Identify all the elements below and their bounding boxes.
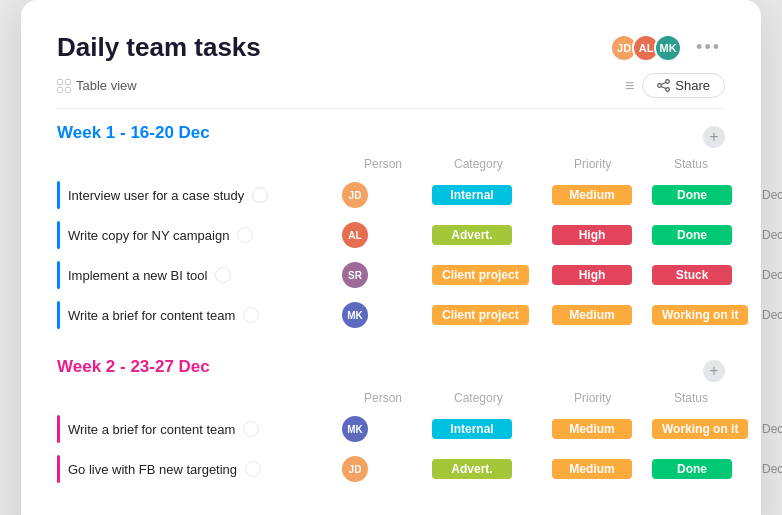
svg-line-8 [661, 87, 666, 89]
status-tag: Done [652, 185, 732, 205]
svg-rect-2 [58, 87, 63, 92]
page-title: Daily team tasks [57, 32, 261, 63]
category-tag: Advert. [432, 459, 512, 479]
share-label: Share [675, 78, 710, 93]
priority-tag: Medium [552, 305, 632, 325]
due-date: Dec 18 [762, 308, 782, 322]
main-card: Daily team tasks JD AL MK ••• Table view… [21, 0, 761, 515]
due-date: Dec 16 [762, 228, 782, 242]
comment-icon[interactable] [237, 227, 253, 243]
week1-section: Week 1 - 16-20 Dec + Person Category Pri… [57, 123, 725, 335]
category-cell: Advert. [432, 459, 552, 479]
color-bar [57, 261, 60, 289]
category-tag: Internal [432, 185, 512, 205]
comment-icon[interactable] [243, 307, 259, 323]
priority-tag: Medium [552, 185, 632, 205]
avatar: JD [342, 456, 368, 482]
svg-rect-0 [58, 79, 63, 84]
svg-rect-3 [66, 87, 71, 92]
person-cell: MK [342, 416, 432, 442]
comment-icon[interactable] [243, 421, 259, 437]
avatars: JD AL MK [610, 34, 682, 62]
more-options-button[interactable]: ••• [692, 35, 725, 60]
table-row: Implement a new BI tool SR Client projec… [57, 255, 725, 295]
priority-cell: Medium [552, 305, 652, 325]
table-row: Go live with FB new targeting JD Advert.… [57, 449, 725, 489]
status-cell: Done [652, 185, 762, 205]
svg-point-6 [666, 88, 670, 92]
color-bar [57, 181, 60, 209]
table-view-label: Table view [76, 78, 137, 93]
task-left: Write copy for NY campaign [57, 221, 342, 249]
person-cell: AL [342, 222, 432, 248]
person-cell: JD [342, 456, 432, 482]
share-icon [657, 79, 670, 92]
task-name: Interview user for a case study [68, 188, 244, 203]
comment-icon[interactable] [245, 461, 261, 477]
table-row: Write a brief for content team MK Intern… [57, 409, 725, 449]
priority-tag: High [552, 265, 632, 285]
col-priority: Priority [574, 157, 674, 171]
svg-rect-1 [66, 79, 71, 84]
svg-point-5 [658, 84, 662, 88]
week2-section: Week 2 - 23-27 Dec + Person Category Pri… [57, 357, 725, 489]
task-name: Write copy for NY campaign [68, 228, 229, 243]
category-cell: Client project [432, 305, 552, 325]
table-view-icon [57, 79, 71, 93]
status-tag: Working on it [652, 419, 748, 439]
status-cell: Working on it [652, 419, 762, 439]
status-cell: Done [652, 459, 762, 479]
task-left: Write a brief for content team [57, 415, 342, 443]
task-left: Go live with FB new targeting [57, 455, 342, 483]
color-bar [57, 221, 60, 249]
priority-tag: Medium [552, 419, 632, 439]
col-priority-w2: Priority [574, 391, 674, 405]
filter-icon[interactable]: ≡ [625, 77, 634, 95]
color-bar [57, 301, 60, 329]
week1-header: Week 1 - 16-20 Dec [57, 123, 210, 143]
priority-cell: Medium [552, 185, 652, 205]
priority-cell: Medium [552, 419, 652, 439]
person-cell: JD [342, 182, 432, 208]
week2-add-button[interactable]: + [703, 360, 725, 382]
category-cell: Client project [432, 265, 552, 285]
table-view-button[interactable]: Table view [57, 78, 137, 93]
week2-title-row: Week 2 - 23-27 Dec + [57, 357, 725, 385]
week1-rows: Interview user for a case study JD Inter… [57, 175, 725, 335]
category-tag: Client project [432, 265, 529, 285]
category-tag: Internal [432, 419, 512, 439]
category-tag: Client project [432, 305, 529, 325]
status-cell: Done [652, 225, 762, 245]
task-name: Implement a new BI tool [68, 268, 207, 283]
task-left: Write a brief for content team [57, 301, 342, 329]
priority-tag: Medium [552, 459, 632, 479]
task-name: Write a brief for content team [68, 308, 235, 323]
person-cell: SR [342, 262, 432, 288]
status-tag: Stuck [652, 265, 732, 285]
header-right: JD AL MK ••• [610, 34, 725, 62]
header: Daily team tasks JD AL MK ••• [57, 32, 725, 63]
color-bar [57, 415, 60, 443]
status-tag: Done [652, 225, 732, 245]
category-cell: Internal [432, 419, 552, 439]
task-left: Implement a new BI tool [57, 261, 342, 289]
comment-icon[interactable] [215, 267, 231, 283]
col-status-w2: Status [674, 391, 782, 405]
col-person: Person [364, 157, 454, 171]
comment-icon[interactable] [252, 187, 268, 203]
week1-col-headers: Person Category Priority Status Due date [57, 157, 725, 175]
status-tag: Working on it [652, 305, 748, 325]
priority-cell: High [552, 265, 652, 285]
status-cell: Working on it [652, 305, 762, 325]
table-row: Interview user for a case study JD Inter… [57, 175, 725, 215]
category-cell: Internal [432, 185, 552, 205]
col-category-w2: Category [454, 391, 574, 405]
week1-add-button[interactable]: + [703, 126, 725, 148]
priority-cell: Medium [552, 459, 652, 479]
avatar: MK [342, 302, 368, 328]
toolbar-right: ≡ Share [625, 73, 725, 98]
avatar: SR [342, 262, 368, 288]
share-button[interactable]: Share [642, 73, 725, 98]
week1-title-row: Week 1 - 16-20 Dec + [57, 123, 725, 151]
table-row: Write copy for NY campaign AL Advert. Hi… [57, 215, 725, 255]
